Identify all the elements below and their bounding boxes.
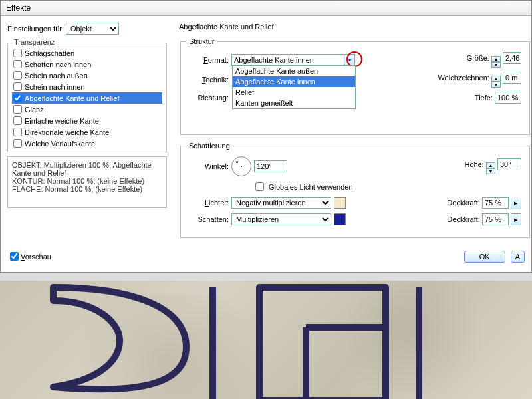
globales-licht-checkbox[interactable] (255, 182, 264, 191)
cancel-button-partial[interactable]: A (511, 251, 525, 263)
deckkraft-label-2: Deckkraft: (447, 215, 480, 223)
schatten-label: Schatten: (186, 215, 229, 223)
ok-button[interactable]: OK (464, 251, 505, 263)
schattierung-section: Schattierung Winkel: Höhe: ▲▼ (180, 142, 530, 238)
sidebar-item-label: Glanz (25, 106, 44, 114)
sidebar-checkbox[interactable] (13, 105, 22, 114)
technik-label: Technik: (186, 76, 229, 84)
dialog-footer: Vorschau OK A (1, 245, 531, 268)
sidebar-item-label: Einfache weiche Kante (25, 117, 99, 125)
deckkraft-lichter-input[interactable] (482, 197, 509, 209)
weichzeichnen-input[interactable] (503, 72, 521, 84)
sidebar-item-label: Schatten nach innen (25, 61, 91, 68)
beveled-glyph (13, 281, 532, 399)
sidebar-item-0[interactable]: Schlagschatten (12, 47, 162, 59)
settings-for-label: Einstellungen für: (7, 25, 64, 33)
sidebar-checkbox[interactable] (13, 60, 22, 68)
groesse-label: Größe: (467, 54, 489, 62)
sidebar-checkbox[interactable] (13, 139, 22, 148)
effect-summary-box: OBJEKT: Multiplizieren 100 %; Abgeflacht… (7, 156, 167, 208)
angle-dial[interactable] (231, 156, 251, 176)
lichter-swatch[interactable] (334, 197, 346, 209)
tiefe-label: Tiefe: (475, 94, 493, 102)
format-option-0[interactable]: Abgeflachte Kante außen (233, 66, 355, 76)
effects-dialog: Effekte Einstellungen für: Objekt Transp… (0, 0, 532, 273)
format-input[interactable] (231, 54, 344, 66)
chevron-down-icon (347, 57, 352, 63)
deckkraft-schatten-arrow[interactable]: ▸ (511, 213, 521, 225)
sidebar-item-2[interactable]: Schein nach außen (12, 70, 162, 81)
panel-heading: Abgeflachte Kante und Relief (179, 23, 531, 31)
sidebar-checkbox[interactable] (13, 71, 22, 80)
format-label: Format: (186, 56, 229, 64)
sidebar-item-label: Direktionale weiche Kante (25, 128, 109, 136)
info-line: KONTUR: Normal 100 %; (keine Effekte) (12, 177, 162, 185)
document-canvas (0, 273, 532, 399)
dialog-title: Effekte (1, 1, 531, 16)
sidebar-item-5[interactable]: Glanz (12, 104, 162, 115)
right-panel: Abgeflachte Kante und Relief Struktur Fo… (167, 23, 531, 245)
sidebar-checkbox[interactable] (13, 128, 22, 136)
tiefe-input[interactable] (495, 92, 521, 104)
deckkraft-lichter-arrow[interactable]: ▸ (511, 198, 521, 209)
format-dropdown-list[interactable]: Abgeflachte Kante außenAbgeflachte Kante… (232, 65, 356, 109)
sidebar-item-label: Schlagschatten (25, 49, 74, 57)
groesse-input[interactable] (503, 52, 521, 64)
format-option-1[interactable]: Abgeflachte Kante innen (233, 76, 355, 87)
globales-licht-label: Globales Licht verwenden (269, 183, 353, 191)
sidebar-checkbox[interactable] (13, 82, 22, 91)
angle-dial-center (241, 166, 242, 167)
info-line: OBJEKT: Multiplizieren 100 %; Abgeflacht… (12, 161, 162, 177)
preview-label: Vorschau (21, 253, 51, 261)
sidebar-item-7[interactable]: Direktionale weiche Kante (12, 126, 162, 138)
sidebar-item-label: Schein nach außen (25, 72, 88, 80)
lichter-select[interactable]: Negativ multiplizieren (231, 197, 331, 209)
sidebar-item-label: Abgeflachte Kante und Relief (25, 94, 120, 102)
spin-up[interactable]: ▲ (491, 76, 501, 82)
schatten-swatch[interactable] (334, 213, 346, 225)
format-option-2[interactable]: Relief (233, 87, 355, 98)
hoehe-input[interactable] (497, 158, 521, 170)
transparency-group: Transparenz SchlagschattenSchatten nach … (7, 43, 167, 152)
sidebar-item-4[interactable]: Abgeflachte Kante und Relief (12, 92, 162, 104)
winkel-input[interactable] (254, 160, 287, 172)
sidebar-item-label: Weiche Verlaufskante (25, 140, 95, 148)
spin-down[interactable]: ▼ (486, 168, 495, 174)
spin-up[interactable]: ▲ (491, 56, 501, 62)
sidebar-item-1[interactable]: Schatten nach innen (12, 59, 162, 70)
format-dropdown-button[interactable] (344, 54, 355, 66)
struktur-legend: Struktur (186, 37, 217, 45)
deckkraft-schatten-input[interactable] (482, 213, 509, 225)
sidebar-item-6[interactable]: Einfache weiche Kante (12, 115, 162, 126)
left-panel: Einstellungen für: Objekt Transparenz Sc… (7, 23, 167, 245)
settings-for-select[interactable]: Objekt (66, 23, 119, 35)
sidebar-checkbox[interactable] (13, 116, 22, 125)
spin-down[interactable]: ▼ (491, 82, 501, 88)
schattierung-legend: Schattierung (186, 142, 233, 150)
sidebar-item-3[interactable]: Schein nach innen (12, 81, 162, 92)
transparency-legend: Transparenz (12, 38, 57, 46)
sidebar-checkbox[interactable] (13, 94, 22, 102)
richtung-label: Richtung: (186, 94, 229, 102)
lichter-label: Lichter: (186, 199, 229, 207)
preview-checkbox[interactable] (10, 252, 19, 261)
sidebar-checkbox[interactable] (13, 49, 22, 57)
info-line: FLÄCHE: Normal 100 %; (keine Effekte) (12, 185, 162, 193)
sidebar-item-8[interactable]: Weiche Verlaufskante (12, 138, 162, 149)
hoehe-label: Höhe: (465, 160, 484, 168)
spin-up[interactable]: ▲ (486, 162, 495, 168)
schatten-select[interactable]: Multiplizieren (231, 213, 331, 225)
spin-down[interactable]: ▼ (491, 62, 501, 68)
format-option-3[interactable]: Kanten gemeißelt (233, 98, 355, 108)
deckkraft-label: Deckkraft: (447, 199, 480, 207)
weichzeichnen-label: Weichzeichnen: (438, 74, 489, 82)
angle-dial-dot (236, 161, 238, 163)
sidebar-item-label: Schein nach innen (25, 83, 85, 91)
struktur-section: Struktur Format: Größe: ▲▼ (180, 37, 530, 135)
winkel-label: Winkel: (186, 162, 229, 170)
ruler-corner (0, 273, 15, 281)
